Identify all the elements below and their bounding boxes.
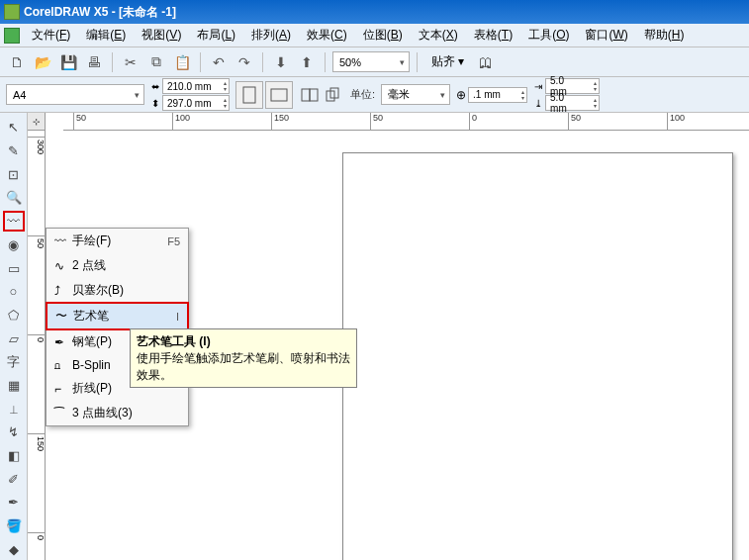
menu-f[interactable]: 文件(F)	[24, 24, 78, 47]
flyout-item[interactable]: ⤴贝塞尔(B)	[47, 278, 188, 303]
menu-e[interactable]: 编辑(E)	[78, 24, 134, 47]
menu-bar: 文件(F)编辑(E)视图(V)布局(L)排列(A)效果(C)位图(B)文本(X)…	[0, 24, 749, 47]
menu-c[interactable]: 效果(C)	[299, 24, 355, 47]
flyout-item[interactable]: 〜艺术笔I	[46, 302, 189, 330]
dup-y-icon: ⤓	[533, 98, 545, 109]
svg-rect-3	[310, 89, 318, 101]
dup-y-input[interactable]: 5.0 mm	[545, 95, 600, 111]
interactive-fill-tool[interactable]: ◆	[3, 538, 25, 560]
app-icon	[4, 4, 20, 20]
menu-o[interactable]: 工具(O)	[520, 24, 577, 47]
vertical-ruler[interactable]: 3005001500	[28, 131, 46, 560]
flyout-item[interactable]: ⁀3 点曲线(3)	[47, 401, 188, 425]
zoom-dropdown[interactable]: 50%	[332, 51, 410, 72]
height-value: 297.0 mm	[167, 98, 211, 109]
connector-tool[interactable]: ↯	[3, 421, 25, 443]
landscape-button[interactable]	[265, 81, 293, 109]
options-button[interactable]: 🕮	[475, 51, 497, 73]
width-icon: ⬌	[150, 81, 162, 92]
outline-tool[interactable]: ✒	[3, 492, 25, 513]
fill-tool[interactable]: 🪣	[3, 515, 25, 537]
menu-x[interactable]: 文本(X)	[411, 24, 466, 47]
freehand-tool[interactable]: 〰	[3, 211, 25, 233]
nudge-input[interactable]: .1 mm	[468, 87, 527, 103]
pages-button-2[interactable]	[323, 84, 344, 106]
property-bar: A4 ⬌210.0 mm ⬍297.0 mm 单位: 毫米 ⊕ .1 mm ⇥5…	[0, 77, 749, 113]
nudge-icon: ⊕	[456, 88, 466, 102]
open-button[interactable]: 📂	[32, 51, 53, 73]
title-bar: CorelDRAW X5 - [未命名 -1]	[0, 0, 749, 24]
flyout-label: 贝塞尔(B)	[72, 282, 180, 299]
zoom-tool[interactable]: 🔍	[3, 187, 25, 209]
separator	[417, 52, 418, 72]
zoom-value: 50%	[339, 56, 361, 68]
cut-button[interactable]: ✂	[120, 51, 141, 73]
page-size-dropdown[interactable]: A4	[6, 84, 144, 105]
smart-fill-tool[interactable]: ◉	[3, 233, 25, 255]
standard-toolbar: 🗋 📂 💾 🖶 ✂ ⧉ 📋 ↶ ↷ ⬇ ⬆ 50% 贴齐 ▾ 🕮	[0, 47, 749, 77]
menu-v[interactable]: 视图(V)	[134, 24, 189, 47]
interactive-tool[interactable]: ◧	[3, 445, 25, 467]
page-1	[342, 152, 733, 560]
portrait-button[interactable]	[235, 81, 263, 109]
pick-tool[interactable]: ↖	[3, 117, 25, 139]
rectangle-tool[interactable]: ▭	[3, 257, 25, 279]
toolbox: ↖ ✎ ⊡ 🔍 〰 ◉ ▭ ○ ⬠ ▱ 字 ▦ ⟂ ↯ ◧ ✐ ✒ 🪣 ◆	[0, 113, 28, 560]
flyout-icon: ⌐	[54, 382, 72, 396]
ellipse-tool[interactable]: ○	[3, 281, 25, 303]
pages-button-1[interactable]	[299, 84, 321, 106]
flyout-icon: 〰	[54, 234, 72, 248]
import-button[interactable]: ⬇	[270, 51, 292, 73]
menu-l[interactable]: 布局(L)	[189, 24, 243, 47]
snap-dropdown[interactable]: 贴齐 ▾	[424, 50, 471, 73]
separator	[200, 52, 201, 72]
flyout-icon: ⩍	[54, 358, 72, 372]
dup-x-icon: ⇥	[533, 81, 545, 92]
tooltip-title: 艺术笔工具 (I)	[137, 333, 350, 350]
shape-tool[interactable]: ✎	[3, 140, 25, 162]
flyout-item[interactable]: 〰手绘(F)F5	[47, 229, 188, 253]
units-dropdown[interactable]: 毫米	[381, 84, 450, 105]
height-icon: ⬍	[150, 98, 162, 109]
menu-t[interactable]: 表格(T)	[466, 24, 520, 47]
title-text: CorelDRAW X5 - [未命名 -1]	[24, 4, 176, 21]
redo-button[interactable]: ↷	[234, 51, 255, 73]
flyout-icon: ⤴	[54, 284, 72, 298]
dimension-tool[interactable]: ⟂	[3, 398, 25, 420]
canvas[interactable]: 〰手绘(F)F5∿2 点线⤴贝塞尔(B)〜艺术笔I✒钢笔(P)⩍B-Splin⌐…	[46, 131, 749, 560]
units-label: 单位:	[350, 87, 375, 102]
undo-button[interactable]: ↶	[208, 51, 230, 73]
basic-shapes-tool[interactable]: ▱	[3, 327, 25, 349]
text-tool[interactable]: 字	[3, 351, 25, 373]
flyout-shortcut: F5	[167, 235, 180, 247]
menu-b[interactable]: 位图(B)	[355, 24, 411, 47]
export-button[interactable]: ⬆	[296, 51, 318, 73]
table-tool[interactable]: ▦	[3, 375, 25, 397]
separator	[262, 52, 263, 72]
page-height-input[interactable]: 297.0 mm	[162, 95, 230, 111]
units-value: 毫米	[388, 87, 410, 102]
ruler-origin[interactable]: ⊹	[28, 113, 46, 131]
width-value: 210.0 mm	[167, 81, 211, 92]
menu-a[interactable]: 排列(A)	[243, 24, 299, 47]
polygon-tool[interactable]: ⬠	[3, 305, 25, 327]
flyout-shortcut: I	[176, 311, 179, 323]
flyout-icon: ✒	[54, 335, 72, 349]
menu-h[interactable]: 帮助(H)	[636, 24, 693, 47]
svg-rect-1	[271, 89, 287, 101]
save-button[interactable]: 💾	[57, 51, 79, 73]
eyedropper-tool[interactable]: ✐	[3, 468, 25, 490]
page-width-input[interactable]: 210.0 mm	[162, 78, 230, 94]
copy-button[interactable]: ⧉	[145, 51, 167, 73]
horizontal-ruler[interactable]: 5010015050050100150	[63, 113, 749, 131]
curve-flyout: 〰手绘(F)F5∿2 点线⤴贝塞尔(B)〜艺术笔I✒钢笔(P)⩍B-Splin⌐…	[46, 228, 189, 426]
crop-tool[interactable]: ⊡	[3, 163, 25, 185]
print-button[interactable]: 🖶	[83, 51, 105, 73]
new-button[interactable]: 🗋	[6, 51, 28, 73]
menu-w[interactable]: 窗口(W)	[577, 24, 635, 47]
flyout-icon: 〜	[55, 308, 73, 325]
flyout-label: 3 点曲线(3)	[72, 405, 180, 421]
flyout-label: 2 点线	[72, 257, 180, 274]
flyout-item[interactable]: ∿2 点线	[47, 253, 188, 278]
paste-button[interactable]: 📋	[171, 51, 193, 73]
